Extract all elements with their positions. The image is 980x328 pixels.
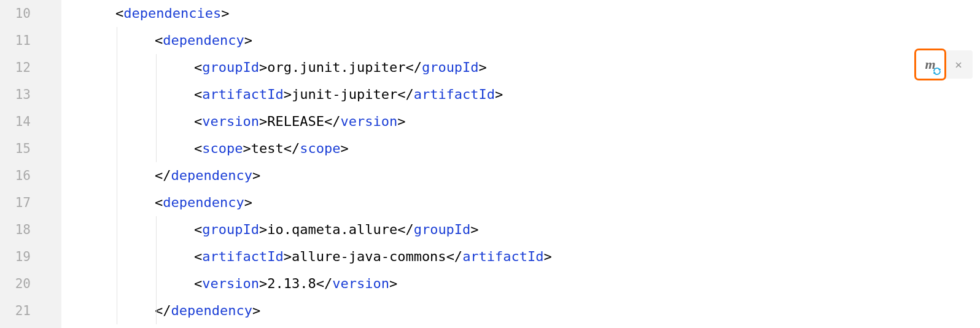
code-line[interactable]: <scope>test</scope> [61,135,980,162]
gutter-line-number: 13 [0,81,61,108]
xml-tag-name: dependency [163,33,244,48]
close-icon: × [955,51,962,78]
xml-tag-name: artifactId [202,87,283,102]
code-line[interactable]: <groupId>io.qameta.allure</groupId> [61,216,980,243]
gutter-line-number: 10 [0,0,61,27]
xml-tag-name: artifactId [414,87,495,102]
gutter-line-number: 17 [0,189,61,216]
code-line[interactable]: <artifactId>junit-jupiter</artifactId> [61,81,980,108]
gutter-line-number: 12 [0,54,61,81]
code-line[interactable]: <version>RELEASE</version> [61,108,980,135]
xml-tag-name: groupId [202,60,259,75]
xml-tag-name: dependency [163,195,244,210]
xml-text: 2.13.8 [267,270,316,297]
gutter-line-number: 18 [0,216,61,243]
xml-tag-name: groupId [422,60,479,75]
gutter-line-number: 16 [0,162,61,189]
code-line[interactable]: <dependencies> [61,0,980,27]
xml-tag-name: groupId [202,222,259,237]
xml-tag-name: version [332,276,389,291]
code-line[interactable]: <version>2.13.8</version> [61,270,980,297]
code-line[interactable]: <groupId>org.junit.jupiter</groupId> [61,54,980,81]
xml-tag-name: scope [300,141,340,156]
xml-tag-name: dependency [171,168,252,183]
code-line[interactable]: </dependency> [61,162,980,189]
gutter-line-number: 19 [0,243,61,270]
xml-tag-name: version [202,114,259,129]
code-line[interactable]: <dependency> [61,189,980,216]
xml-text: allure-java-commons [292,243,446,270]
xml-text: io.qameta.allure [267,216,397,243]
gutter-line-number: 21 [0,297,61,324]
code-area[interactable]: <dependencies><dependency><groupId>org.j… [61,0,980,328]
close-button[interactable]: × [944,50,973,79]
refresh-icon [932,66,942,76]
xml-tag-name: artifactId [202,249,283,264]
code-line[interactable]: <artifactId>allure-java-commons</artifac… [61,243,980,270]
code-line[interactable]: <dependency> [61,27,980,54]
editor-root: 101112131415161718192021 <dependencies><… [0,0,980,328]
gutter-line-number: 20 [0,270,61,297]
xml-tag-name: version [202,276,259,291]
maven-reload-widget: m × [916,50,973,79]
xml-text: junit-jupiter [292,81,397,108]
code-line[interactable]: </dependency> [61,297,980,324]
xml-tag-name: dependency [171,303,252,318]
maven-reload-button[interactable]: m [916,50,944,79]
xml-tag-name: scope [202,141,243,156]
gutter-line-number: 11 [0,27,61,54]
gutter: 101112131415161718192021 [0,0,61,328]
xml-text: RELEASE [267,108,324,135]
xml-tag-name: version [340,114,397,129]
gutter-line-number: 15 [0,135,61,162]
xml-tag-name: dependencies [123,6,221,21]
xml-tag-name: artifactId [462,249,543,264]
xml-tag-name: groupId [414,222,471,237]
xml-text: test [251,135,284,162]
gutter-line-number: 14 [0,108,61,135]
xml-text: org.junit.jupiter [267,54,405,81]
